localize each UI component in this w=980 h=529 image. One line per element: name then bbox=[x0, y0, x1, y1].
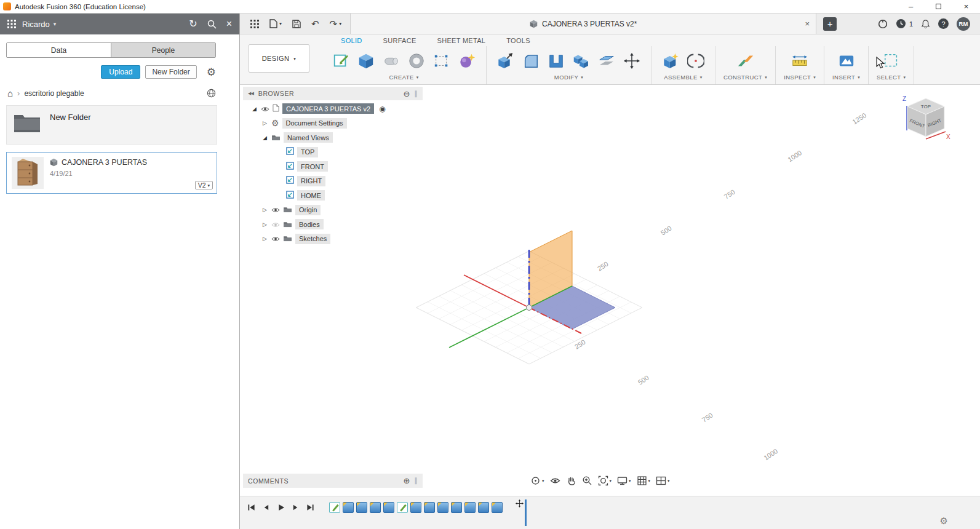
browser-item-label[interactable]: RIGHT bbox=[297, 176, 325, 186]
eye-icon[interactable] bbox=[261, 103, 269, 114]
apps-grid-icon[interactable] bbox=[250, 20, 259, 28]
timeline-marker-bar[interactable] bbox=[525, 499, 527, 526]
new-component-icon[interactable] bbox=[659, 49, 682, 73]
browser-item-label[interactable]: Origin bbox=[295, 205, 321, 215]
browser-item-label[interactable]: Named Views bbox=[284, 132, 333, 143]
browser-item-document-settings[interactable]: ▷ ⚙ Document Settings bbox=[243, 116, 423, 131]
expander-icon[interactable]: ◢ bbox=[261, 135, 268, 141]
browser-item-view-right[interactable]: RIGHT bbox=[243, 174, 423, 189]
globe-icon[interactable] bbox=[207, 89, 216, 98]
close-window-button[interactable]: × bbox=[952, 0, 980, 13]
refresh-icon[interactable]: ↻ bbox=[189, 19, 197, 29]
view-cube[interactable]: Z TOP FRONT RIGHT X bbox=[900, 93, 953, 149]
press-pull-icon[interactable] bbox=[495, 49, 517, 73]
pan-button[interactable] bbox=[566, 475, 576, 486]
zoom-button[interactable] bbox=[582, 475, 592, 486]
new-folder-button[interactable]: New Folder bbox=[145, 65, 196, 79]
play-button[interactable] bbox=[274, 501, 287, 514]
move-copy-icon[interactable] bbox=[621, 49, 643, 73]
measure-icon[interactable] bbox=[789, 49, 811, 73]
pattern-icon[interactable] bbox=[431, 49, 453, 73]
gear-icon[interactable]: ⚙ bbox=[207, 67, 216, 78]
timeline-feature-sketch[interactable] bbox=[397, 502, 408, 513]
group-label-insert[interactable]: INSERT▾ bbox=[832, 74, 860, 82]
browser-item-origin[interactable]: ▷ Origin bbox=[243, 203, 423, 218]
joint-icon[interactable] bbox=[685, 49, 707, 73]
search-icon[interactable] bbox=[207, 20, 217, 29]
fit-button[interactable]: ▾ bbox=[598, 475, 612, 486]
tab-tools[interactable]: TOOLS bbox=[496, 37, 541, 44]
browser-item-label[interactable]: TOP bbox=[297, 147, 318, 157]
timeline-feature-extrude[interactable] bbox=[478, 502, 489, 513]
upload-button[interactable]: Upload bbox=[101, 65, 140, 79]
activate-component-radio[interactable]: ◉ bbox=[379, 105, 385, 113]
collapse-panel-icon[interactable]: ◀◀ bbox=[248, 91, 253, 96]
timeline-settings-gear-icon[interactable]: ⚙ bbox=[940, 516, 948, 525]
minimize-button[interactable]: – bbox=[897, 0, 925, 13]
tab-surface[interactable]: SURFACE bbox=[373, 37, 427, 44]
timeline-feature-extrude[interactable] bbox=[464, 502, 476, 513]
go-to-end-button[interactable] bbox=[304, 501, 317, 514]
timeline-position-marker[interactable] bbox=[516, 499, 527, 526]
workspace-selector[interactable]: DESIGN▾ bbox=[249, 44, 309, 73]
design-item[interactable]: CAJONERA 3 PUERTAS 4/19/21 V2▾ bbox=[6, 152, 217, 194]
home-icon[interactable]: ⌂ bbox=[7, 89, 13, 98]
group-label-inspect[interactable]: INSPECT▾ bbox=[784, 74, 816, 82]
expander-icon[interactable]: ▷ bbox=[261, 221, 268, 228]
timeline-feature-extrude[interactable] bbox=[370, 502, 381, 513]
new-tab-button[interactable]: + bbox=[823, 17, 837, 31]
folder-item[interactable]: New Folder bbox=[6, 105, 217, 145]
insert-canvas-icon[interactable] bbox=[835, 49, 858, 73]
close-panel-icon[interactable]: × bbox=[226, 19, 232, 29]
cylinder-icon[interactable] bbox=[380, 49, 402, 73]
undo-icon[interactable]: ↶ bbox=[311, 19, 319, 28]
version-selector[interactable]: V2▾ bbox=[195, 181, 213, 189]
expander-icon[interactable]: ▷ bbox=[261, 207, 268, 213]
job-status-clock-icon[interactable] bbox=[896, 18, 906, 29]
browser-item-label[interactable]: CAJONERA 3 PUERTAS v2 bbox=[282, 103, 374, 114]
panel-grip[interactable]: ∥ bbox=[415, 477, 418, 485]
expander-icon[interactable]: ▷ bbox=[261, 236, 268, 242]
viewport[interactable]: 250 500 750 1000 1250 250 500 750 1000 Z… bbox=[240, 85, 980, 496]
step-forward-button[interactable] bbox=[289, 501, 302, 514]
tab-solid[interactable]: SOLID bbox=[330, 37, 373, 44]
construct-plane-icon[interactable] bbox=[735, 49, 757, 73]
browser-item-label[interactable]: Bodies bbox=[295, 219, 324, 229]
notifications-bell-icon[interactable] bbox=[921, 19, 930, 29]
offset-face-icon[interactable] bbox=[596, 49, 618, 73]
redo-button[interactable]: ↷▾ bbox=[330, 19, 342, 28]
timeline-feature-extrude[interactable] bbox=[343, 502, 354, 513]
viewports-button[interactable]: ▾ bbox=[656, 475, 670, 486]
torus-icon[interactable] bbox=[405, 49, 428, 73]
extensions-icon[interactable] bbox=[878, 19, 888, 29]
eye-icon[interactable] bbox=[271, 233, 280, 244]
browser-item-sketches[interactable]: ▷ Sketches bbox=[243, 232, 423, 247]
comments-panel[interactable]: COMMENTS ⊕∥ bbox=[243, 474, 423, 488]
browser-header[interactable]: ◀◀ BROWSER ⊖∥ bbox=[243, 87, 423, 100]
browser-item-named-views[interactable]: ◢ Named Views bbox=[243, 130, 423, 145]
timeline-feature-extrude[interactable] bbox=[437, 502, 448, 513]
browser-item-label[interactable]: Document Settings bbox=[282, 118, 347, 129]
fillet-icon[interactable] bbox=[520, 49, 542, 73]
combine-icon[interactable] bbox=[570, 49, 592, 73]
look-at-button[interactable] bbox=[550, 475, 560, 486]
group-label-create[interactable]: CREATE▾ bbox=[389, 74, 418, 82]
origin-point[interactable] bbox=[527, 305, 532, 311]
apps-grid-icon[interactable] bbox=[7, 20, 16, 28]
timeline-feature-extrude[interactable] bbox=[424, 502, 435, 513]
tab-people[interactable]: People bbox=[111, 43, 215, 57]
create-sketch-icon[interactable] bbox=[330, 49, 352, 73]
step-back-button[interactable] bbox=[260, 501, 273, 514]
help-icon[interactable]: ? bbox=[938, 18, 949, 29]
timeline-feature-extrude[interactable] bbox=[451, 502, 462, 513]
browser-item-view-front[interactable]: FRONT bbox=[243, 159, 423, 174]
display-settings-button[interactable]: ▾ bbox=[617, 475, 631, 486]
expander-icon[interactable]: ▷ bbox=[261, 120, 268, 126]
group-label-modify[interactable]: MODIFY▾ bbox=[554, 74, 583, 82]
eye-off-icon[interactable] bbox=[271, 219, 280, 230]
create-form-icon[interactable] bbox=[456, 49, 478, 73]
avatar[interactable]: RM bbox=[957, 17, 970, 31]
maximize-button[interactable] bbox=[925, 0, 952, 13]
group-label-construct[interactable]: CONSTRUCT▾ bbox=[723, 74, 767, 82]
eye-icon[interactable] bbox=[271, 204, 280, 215]
